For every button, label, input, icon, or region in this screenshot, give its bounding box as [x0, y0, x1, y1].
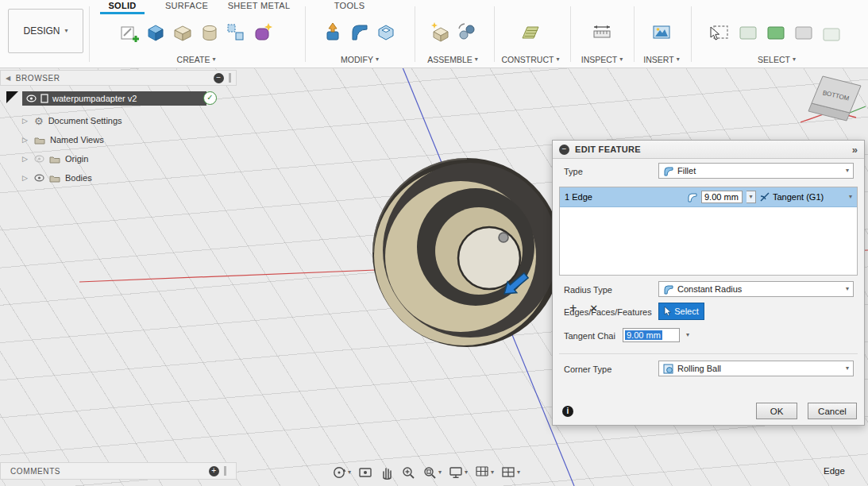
- new-component-icon[interactable]: [429, 19, 451, 46]
- comments-expand-icon[interactable]: +: [209, 466, 219, 476]
- dialog-title: EDIT FEATURE: [575, 145, 641, 154]
- tab-surface[interactable]: SURFACE: [160, 0, 213, 12]
- model-waterpumpadapter[interactable]: [372, 158, 561, 347]
- ok-button[interactable]: OK: [756, 403, 797, 419]
- look-at-tool[interactable]: [358, 465, 372, 480]
- select-priority-component-icon[interactable]: [820, 19, 843, 46]
- create-sketch-icon[interactable]: [119, 19, 140, 46]
- edge-selection-table[interactable]: 1 Edge 9.00 mm ▾ Tangent (G1) ▾ + ✕: [559, 187, 858, 276]
- browser-grip-handle[interactable]: [229, 73, 231, 83]
- select-menu[interactable]: SELECT ▾: [692, 55, 861, 64]
- dialog-expand-icon[interactable]: »: [852, 144, 858, 156]
- viewports-tool[interactable]: ▾: [501, 465, 520, 480]
- comments-grip-handle[interactable]: [224, 466, 226, 476]
- tab-solid[interactable]: SOLID: [100, 0, 145, 14]
- dialog-header[interactable]: − EDIT FEATURE »: [553, 141, 864, 159]
- pan-tool[interactable]: [380, 465, 394, 480]
- tree-item-label: Document Settings: [48, 116, 122, 125]
- tree-item-document-settings[interactable]: ▷ ⚙ Document Settings: [22, 111, 122, 130]
- caret-down-icon: ▾: [749, 194, 752, 200]
- browser-flyout-triangle-icon[interactable]: [6, 91, 18, 103]
- edge-row-selected[interactable]: 1 Edge 9.00 mm ▾ Tangent (G1) ▾: [560, 187, 857, 207]
- caret-down-icon: ▾: [846, 168, 849, 174]
- expand-arrow-icon[interactable]: ▷: [22, 155, 29, 163]
- primitive-cylinder-icon[interactable]: [199, 19, 220, 46]
- tree-item-origin[interactable]: ▷ Origin: [22, 149, 122, 168]
- select-priority-body-icon[interactable]: [765, 19, 787, 46]
- expand-arrow-icon[interactable]: ▷: [22, 117, 29, 125]
- group-insert: INSERT ▾: [635, 16, 688, 65]
- browser-root-item[interactable]: waterpumpadapter v2: [22, 91, 206, 106]
- select-button-label: Select: [674, 307, 699, 316]
- pattern-icon[interactable]: [226, 19, 246, 46]
- measure-icon[interactable]: [592, 19, 612, 46]
- create-menu[interactable]: CREATE ▾: [92, 55, 300, 64]
- caret-down-icon: ▾: [465, 469, 468, 476]
- caret-down-icon: ▾: [556, 56, 559, 63]
- type-dropdown[interactable]: Fillet ▾: [658, 163, 854, 179]
- group-create: CREATE ▾: [92, 16, 300, 65]
- cancel-button[interactable]: Cancel: [808, 403, 857, 419]
- tree-item-bodies[interactable]: ▷ Bodies: [22, 168, 122, 187]
- corner-type-dropdown[interactable]: Rolling Ball ▾: [658, 361, 854, 376]
- caret-down-icon: ▾: [348, 469, 351, 476]
- corner-type-value: Rolling Ball: [677, 364, 721, 373]
- fillet-icon: [687, 192, 697, 202]
- select-menu-label: SELECT: [758, 55, 790, 64]
- grid-snap-tool[interactable]: ▾: [475, 465, 494, 480]
- select-priority-face-icon[interactable]: [737, 19, 759, 46]
- eye-icon[interactable]: [34, 174, 44, 182]
- comments-panel[interactable]: COMMENTS +: [0, 462, 237, 480]
- inspect-menu[interactable]: INSPECT ▾: [573, 55, 631, 64]
- fit-tool[interactable]: ▾: [422, 465, 442, 480]
- browser-collapse-icon[interactable]: −: [214, 73, 224, 83]
- tree-item-named-views[interactable]: ▷ Named Views: [22, 130, 122, 149]
- radius-input[interactable]: 9.00 mm: [701, 191, 743, 203]
- browser-header[interactable]: ◀ BROWSER −: [0, 70, 237, 86]
- expand-arrow-icon[interactable]: ▷: [22, 136, 29, 144]
- display-settings-icon: [449, 465, 463, 480]
- radius-dropdown-caret[interactable]: ▾: [746, 191, 756, 203]
- tab-sheet-metal[interactable]: SHEET METAL: [224, 0, 294, 12]
- tangent-chain-input[interactable]: 9.00 mm: [623, 328, 680, 342]
- caret-down-icon: ▾: [212, 56, 215, 63]
- eye-icon[interactable]: [26, 94, 37, 102]
- collapse-left-icon[interactable]: ◀: [6, 75, 11, 82]
- inspect-menu-label: INSPECT: [581, 55, 618, 64]
- construct-menu[interactable]: CONSTRUCT ▾: [496, 55, 565, 64]
- extrude-icon[interactable]: [145, 19, 166, 46]
- toolbar-separator: [634, 6, 635, 62]
- tangent-type-dropdown[interactable]: Tangent (G1) ▾: [760, 192, 852, 202]
- caret-down-icon: ▾: [65, 28, 68, 34]
- assemble-menu[interactable]: ASSEMBLE ▾: [416, 55, 489, 64]
- primitive-box-icon[interactable]: [172, 19, 194, 46]
- select-priority-edge-icon[interactable]: [793, 19, 815, 46]
- tab-tools[interactable]: TOOLS: [327, 0, 372, 12]
- select-button[interactable]: Select: [658, 303, 704, 320]
- expand-arrow-icon[interactable]: ▷: [22, 174, 29, 182]
- info-icon[interactable]: i: [562, 406, 573, 417]
- display-settings-tool[interactable]: ▾: [449, 465, 468, 480]
- viewcube[interactable]: BOTTOM: [800, 70, 868, 130]
- caret-down-icon: ▾: [846, 365, 849, 372]
- zoom-tool[interactable]: [401, 465, 415, 480]
- caret-down-icon[interactable]: ▾: [686, 332, 689, 338]
- insert-canvas-icon[interactable]: [651, 19, 672, 46]
- edge-center-marker: [499, 233, 508, 242]
- design-menu-button[interactable]: DESIGN ▾: [8, 9, 83, 53]
- type-value: Fillet: [677, 166, 696, 176]
- insert-menu[interactable]: INSERT ▾: [635, 55, 688, 64]
- viewports-icon: [501, 465, 515, 480]
- orbit-tool[interactable]: ▾: [332, 465, 351, 480]
- modify-menu[interactable]: MODIFY ▾: [310, 55, 410, 64]
- radius-type-dropdown[interactable]: Constant Radius ▾: [658, 281, 854, 297]
- tree-item-label: Named Views: [50, 135, 104, 145]
- eye-off-icon[interactable]: [34, 155, 44, 163]
- fillet-tool-icon[interactable]: [349, 19, 370, 46]
- construct-plane-icon[interactable]: [519, 19, 542, 46]
- joint-icon[interactable]: [457, 19, 477, 46]
- shell-icon[interactable]: [376, 19, 396, 46]
- dialog-collapse-icon[interactable]: −: [559, 145, 569, 155]
- create-form-icon[interactable]: [252, 19, 274, 46]
- press-pull-icon[interactable]: [323, 19, 344, 46]
